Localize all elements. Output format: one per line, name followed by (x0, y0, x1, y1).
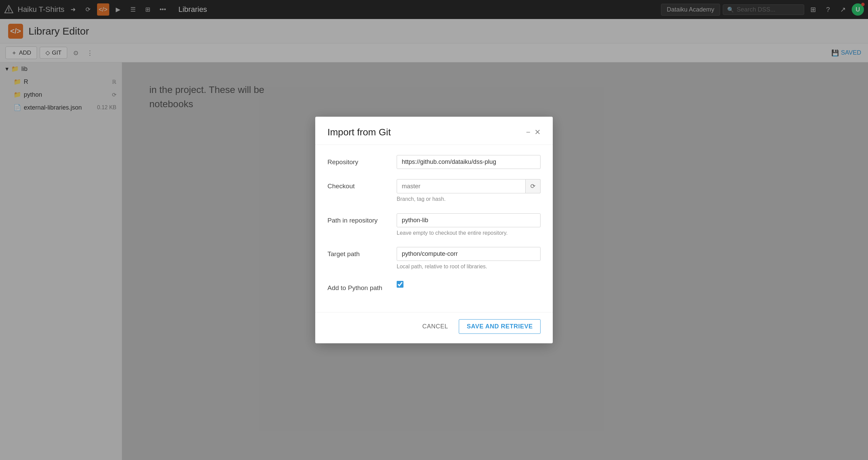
checkout-input[interactable] (397, 179, 526, 193)
checkout-hint: Branch, tag or hash. (397, 195, 541, 203)
python-path-checkbox-row (397, 281, 541, 288)
target-path-field: Local path, relative to root of librarie… (397, 247, 541, 270)
target-path-label: Target path (327, 247, 389, 258)
target-path-hint: Local path, relative to root of librarie… (397, 263, 541, 270)
python-path-checkbox[interactable] (397, 281, 403, 288)
target-path-input[interactable] (397, 247, 541, 261)
python-path-field (397, 281, 541, 288)
path-in-repo-field: Leave empty to checkout the entire repos… (397, 213, 541, 237)
checkout-field-group: Checkout ⟳ Branch, tag or hash. (327, 179, 541, 203)
close-button[interactable]: ✕ (534, 128, 541, 137)
modal-footer: CANCEL SAVE AND RETRIEVE (315, 312, 553, 343)
path-in-repo-field-group: Path in repository Leave empty to checko… (327, 213, 541, 237)
modal-title: Import from Git (327, 127, 391, 138)
python-path-field-group: Add to Python path (327, 281, 541, 292)
path-in-repo-label: Path in repository (327, 213, 389, 224)
repository-field-group: Repository (327, 155, 541, 169)
path-in-repo-hint: Leave empty to checkout the entire repos… (397, 229, 541, 237)
path-in-repo-input[interactable] (397, 213, 541, 227)
checkout-field: ⟳ Branch, tag or hash. (397, 179, 541, 203)
modal-body: Repository Checkout ⟳ Branch, tag or has… (315, 145, 553, 312)
target-path-field-group: Target path Local path, relative to root… (327, 247, 541, 270)
repository-input[interactable] (397, 155, 541, 169)
import-git-modal: Import from Git − ✕ Repository Checkout (315, 117, 553, 343)
repository-label: Repository (327, 155, 389, 166)
checkout-refresh-button[interactable]: ⟳ (526, 179, 541, 193)
minimize-button[interactable]: − (526, 128, 530, 137)
checkout-input-group: ⟳ (397, 179, 541, 193)
python-path-label: Add to Python path (327, 281, 389, 292)
save-and-retrieve-button[interactable]: SAVE AND RETRIEVE (459, 319, 541, 334)
checkout-label: Checkout (327, 179, 389, 190)
modal-overlay: Import from Git − ✕ Repository Checkout (0, 0, 868, 460)
modal-header: Import from Git − ✕ (315, 117, 553, 145)
modal-header-actions: − ✕ (526, 128, 541, 137)
repository-field (397, 155, 541, 169)
cancel-button[interactable]: CANCEL (417, 320, 453, 333)
